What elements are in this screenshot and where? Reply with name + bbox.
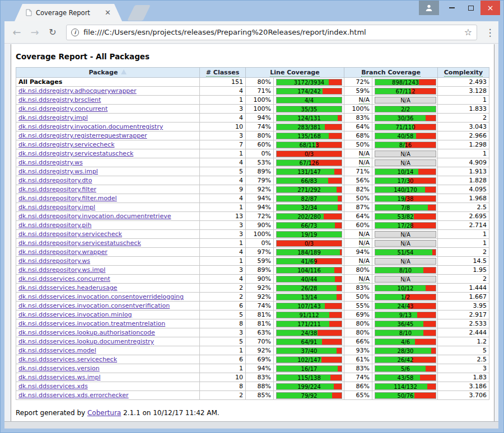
- reload-button[interactable]: ↻: [44, 28, 62, 37]
- package-link[interactable]: dk.nsi.ddsregistry.ws.impl: [18, 168, 98, 175]
- package-link[interactable]: dk.nsi.ddsrepository.pih: [18, 222, 91, 229]
- package-link[interactable]: dk.nsi.ddsservices.lookup.documentregist…: [18, 338, 154, 345]
- branch-coverage-bar: 67/112: [375, 88, 436, 95]
- footer-prefix: Report generated by: [16, 409, 85, 417]
- branch-coverage-bar: 5/6: [375, 365, 436, 372]
- package-link[interactable]: dk.nsi.ddsrepository.impl: [18, 204, 95, 211]
- package-link[interactable]: dk.nsi.ddsservices.invocation.treatmentr…: [18, 320, 165, 327]
- line-pct-cell: 100%: [246, 96, 274, 105]
- complexity-cell: 5: [438, 346, 489, 355]
- package-link[interactable]: dk.nsi.ddsregistry.invocation.documentre…: [18, 123, 163, 130]
- branch-pct-cell: 87%: [344, 203, 372, 212]
- package-link[interactable]: dk.nsi.ddsrepository.invocation.document…: [18, 213, 171, 220]
- package-link[interactable]: dk.nsi.ddsservices.headerusage: [18, 284, 117, 291]
- branch-bar-cell: 9/13: [372, 310, 438, 319]
- info-icon[interactable]: i: [71, 29, 79, 36]
- package-link[interactable]: dk.nsi.ddsrepository.dto: [18, 177, 92, 184]
- package-link[interactable]: dk.nsi.ddsservices.concurrent: [18, 275, 110, 283]
- package-cell: dk.nsi.ddsservices.servicecheck: [16, 355, 200, 364]
- package-link[interactable]: dk.nsi.ddsregistry.servicecheck: [18, 141, 115, 148]
- column-header-complexity[interactable]: Complexity: [438, 68, 489, 78]
- cobertura-link[interactable]: Cobertura: [87, 409, 121, 417]
- branch-pct-cell: 66%: [344, 337, 372, 346]
- complexity-cell: 2.5: [438, 203, 489, 212]
- minimize-icon: [449, 7, 455, 8]
- back-button[interactable]: ←: [8, 27, 26, 37]
- new-tab-button[interactable]: [127, 5, 151, 21]
- branch-pct-cell: 100%: [344, 105, 372, 114]
- branch-coverage-bar: 1/2: [375, 294, 436, 300]
- complexity-cell: 1.913: [438, 167, 489, 176]
- package-link[interactable]: dk.nsi.ddsrepository.filter.model: [18, 195, 117, 202]
- line-coverage-bar: 37/40: [276, 347, 342, 354]
- line-coverage-bar: 35/35: [276, 106, 342, 112]
- branch-pct-cell: 50%: [344, 140, 372, 149]
- line-bar-cell: 66/73: [274, 221, 344, 230]
- column-header-branch-coverage[interactable]: Branch Coverage: [344, 68, 438, 78]
- address-bar[interactable]: i file:///C:/Users/esn/projects/releases…: [66, 25, 477, 40]
- forward-button[interactable]: →: [26, 27, 44, 37]
- package-link[interactable]: dk.nsi.ddsrepository.ws.impl: [18, 266, 105, 274]
- status-strip: [4, 421, 498, 429]
- package-link[interactable]: dk.nsi.ddsregistry.ws: [18, 159, 83, 166]
- package-link[interactable]: dk.nsi.ddsregistry.brsclient: [18, 96, 101, 103]
- branch-coverage-bar: 28/30: [375, 347, 436, 354]
- package-link[interactable]: dk.nsi.ddsservices.invocation.consentove…: [18, 293, 184, 300]
- table-row: dk.nsi.ddsservices.xds 8 88% 199/224 86%…: [16, 382, 489, 391]
- close-button[interactable]: ×: [480, 1, 500, 15]
- package-link[interactable]: dk.nsi.ddsregistry.concurrent: [18, 105, 108, 112]
- branch-pct-cell: 93%: [344, 346, 372, 355]
- classes-cell: 1: [200, 257, 246, 266]
- package-link[interactable]: dk.nsi.ddsrepository.wrapper: [18, 248, 108, 256]
- branch-pct-cell: 64%: [344, 212, 372, 221]
- branch-coverage-bar: 898/1243: [375, 79, 436, 86]
- package-cell: dk.nsi.ddsregistry.invocation.documentre…: [16, 123, 200, 131]
- column-header-classes[interactable]: # Classes: [200, 68, 246, 78]
- package-link[interactable]: dk.nsi.ddsrepository.filter: [18, 186, 96, 193]
- package-cell: dk.nsi.ddsregistry.concurrent: [16, 105, 200, 114]
- branch-bar-cell: 5/6: [372, 364, 438, 373]
- package-link[interactable]: dk.nsi.ddsservices.model: [18, 347, 96, 354]
- table-row: dk.nsi.ddsrepository.filter 9 92% 271/29…: [16, 185, 489, 194]
- package-link[interactable]: dk.nsi.ddsservices.xds: [18, 383, 88, 390]
- package-link[interactable]: dk.nsi.ddsrepository.servicestatuscheck: [18, 239, 141, 247]
- table-row: dk.nsi.ddsservices.lookup.authorisationc…: [16, 328, 489, 337]
- column-header-line-coverage[interactable]: Line Coverage: [246, 68, 344, 78]
- complexity-cell: 1: [438, 149, 489, 158]
- package-link[interactable]: dk.nsi.ddsregistry.registerrequestwrappe…: [18, 132, 147, 139]
- url-text: file:///C:/Users/esn/projects/releases/P…: [83, 28, 460, 36]
- line-coverage-bar: 202/280: [276, 213, 342, 220]
- minimize-button[interactable]: [442, 1, 461, 15]
- package-link[interactable]: dk.nsi.ddsservices.invocation.minlog: [18, 311, 132, 318]
- package-link[interactable]: dk.nsi.ddsservices.servicecheck: [18, 356, 117, 363]
- maximize-button[interactable]: [461, 1, 480, 15]
- column-header-package[interactable]: Package: [16, 68, 200, 78]
- table-row: dk.nsi.ddsregistry.servicecheck 7 60% 68…: [16, 140, 489, 149]
- branch-coverage-bar: 8/10: [375, 267, 436, 274]
- package-link[interactable]: dk.nsi.ddsrepository.ws: [18, 257, 90, 265]
- complexity-cell: 1.828: [438, 176, 489, 185]
- complexity-cell: 3: [438, 364, 489, 373]
- menu-button[interactable]: ⋮: [483, 27, 497, 38]
- package-link[interactable]: dk.nsi.ddsservices.lookup.authorisationc…: [18, 329, 155, 336]
- package-cell: dk.nsi.ddsrepository.impl: [16, 203, 200, 212]
- package-link[interactable]: dk.nsi.ddsservices.version: [18, 365, 100, 372]
- package-link[interactable]: dk.nsi.ddsregistry.adhocquerywrapper: [18, 87, 137, 95]
- package-link[interactable]: dk.nsi.ddsregistry.impl: [18, 114, 88, 121]
- line-coverage-bar: 0/3: [276, 240, 342, 247]
- package-link[interactable]: dk.nsi.ddsrepository.servicecheck: [18, 230, 122, 238]
- package-link[interactable]: dk.nsi.ddsregistry.servicestatuscheck: [18, 150, 133, 157]
- bookmark-star-icon[interactable]: ☆: [464, 27, 472, 37]
- branch-coverage-bar: 36/45: [375, 321, 436, 327]
- tab-close-icon[interactable]: ✕: [105, 9, 111, 16]
- profile-button[interactable]: [419, 1, 439, 15]
- package-link[interactable]: dk.nsi.ddsservices.invocation.consentver…: [18, 302, 170, 309]
- complexity-cell: 4.909: [438, 158, 489, 167]
- line-bar-cell: 64/91: [274, 337, 344, 346]
- package-link[interactable]: dk.nsi.ddsservices.xds.errorchecker: [18, 392, 129, 399]
- coverage-table-body: All Packages 151 80% 3172/3934 72% 898/1…: [16, 78, 489, 400]
- browser-tab[interactable]: Coverage Report ✕: [15, 4, 122, 21]
- package-link[interactable]: dk.nsi.ddsservices.ws.impl: [18, 374, 100, 381]
- complexity-cell: 2.714: [438, 221, 489, 230]
- line-coverage-bar: 104/116: [276, 267, 342, 274]
